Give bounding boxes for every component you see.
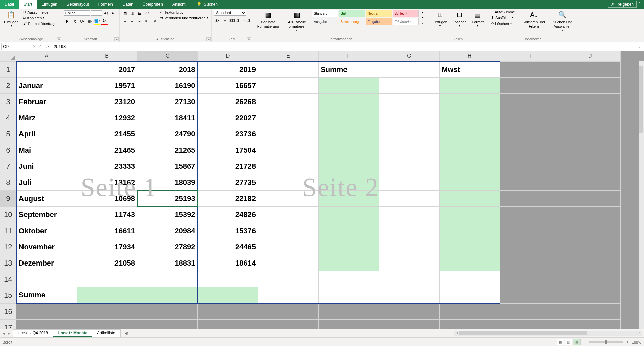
- cell-style-swatch[interactable]: Standard: [312, 10, 338, 17]
- row-header[interactable]: 7: [0, 158, 16, 174]
- cell[interactable]: [500, 126, 560, 142]
- cell[interactable]: [319, 320, 379, 329]
- cell[interactable]: [319, 158, 379, 174]
- cell[interactable]: [500, 320, 560, 329]
- cell[interactable]: [198, 271, 258, 287]
- align-middle-icon[interactable]: ◫: [129, 10, 136, 16]
- cell[interactable]: [560, 255, 621, 271]
- cell[interactable]: August: [16, 191, 77, 207]
- clipboard-dialog-launcher[interactable]: ⬊: [57, 37, 61, 41]
- row-header[interactable]: 4: [0, 110, 16, 126]
- format-painter-button[interactable]: 🖌Format übertragen: [22, 21, 59, 26]
- cell[interactable]: 20984: [137, 223, 198, 239]
- sheet-area[interactable]: ABCDEFGHIJ1201720182019SummeMwst2Januar1…: [0, 51, 644, 329]
- cell[interactable]: [319, 255, 379, 271]
- gallery-down-icon[interactable]: ▾: [419, 15, 426, 20]
- sheet-tab[interactable]: Artikelliste: [92, 329, 121, 337]
- view-pagebreak-button[interactable]: ▤: [573, 339, 581, 345]
- cell[interactable]: 13162: [77, 174, 137, 191]
- cell[interactable]: [379, 271, 440, 287]
- cell[interactable]: [379, 174, 440, 191]
- cell[interactable]: [198, 287, 258, 304]
- cell[interactable]: 22182: [198, 191, 258, 207]
- cell[interactable]: [258, 78, 319, 94]
- horizontal-scrollbar[interactable]: ◂▸: [454, 331, 642, 336]
- cell[interactable]: [16, 271, 77, 287]
- cell[interactable]: [137, 320, 198, 329]
- name-box[interactable]: [1, 43, 28, 50]
- cell[interactable]: [379, 78, 440, 94]
- row-header[interactable]: 2: [0, 78, 16, 94]
- column-header[interactable]: G: [379, 51, 440, 62]
- cell[interactable]: 18411: [137, 110, 198, 126]
- number-format-select[interactable]: Standard: [214, 10, 246, 16]
- cell[interactable]: Januar: [16, 78, 77, 94]
- font-color-button[interactable]: A▾: [101, 18, 108, 25]
- cell[interactable]: [258, 126, 319, 142]
- cell[interactable]: [560, 191, 621, 207]
- cell[interactable]: [440, 223, 500, 239]
- cell-style-swatch[interactable]: Erklärender...: [393, 18, 419, 25]
- cell[interactable]: [258, 158, 319, 174]
- cell[interactable]: 18039: [137, 174, 198, 191]
- cell[interactable]: 15376: [198, 223, 258, 239]
- increase-indent-icon[interactable]: ⇥: [151, 17, 158, 24]
- conditional-formatting-button[interactable]: ▦ Bedingte Formatierung▾: [254, 10, 282, 33]
- cell[interactable]: [440, 126, 500, 142]
- gallery-more-icon[interactable]: ⌄: [419, 21, 426, 25]
- cell[interactable]: [560, 142, 621, 158]
- cell[interactable]: [258, 320, 319, 329]
- cell[interactable]: 11743: [77, 207, 137, 223]
- cell[interactable]: [319, 174, 379, 191]
- row-header[interactable]: 16: [0, 304, 16, 320]
- cell-style-swatch[interactable]: Eingabe: [366, 18, 392, 25]
- cancel-formula-icon[interactable]: ✕: [32, 44, 36, 49]
- column-header[interactable]: C: [137, 51, 198, 62]
- column-header[interactable]: A: [16, 51, 77, 62]
- align-bottom-icon[interactable]: ⬓: [136, 10, 143, 16]
- cell[interactable]: 12932: [77, 110, 137, 126]
- ribbon-tab-ansicht[interactable]: Ansicht: [168, 0, 190, 9]
- cell[interactable]: [319, 78, 379, 94]
- cell[interactable]: [319, 191, 379, 207]
- cell[interactable]: [500, 142, 560, 158]
- tell-me-search[interactable]: 💡 Suchen: [197, 2, 218, 7]
- view-normal-button[interactable]: ▦: [557, 339, 564, 345]
- cell[interactable]: [440, 78, 500, 94]
- cell[interactable]: [500, 62, 560, 78]
- delete-cells-button[interactable]: ⊟Löschen▾: [451, 10, 469, 28]
- row-header[interactable]: 11: [0, 223, 16, 239]
- column-header[interactable]: B: [77, 51, 137, 62]
- autosum-button[interactable]: ΣAutoSumme▾: [490, 10, 518, 14]
- cell[interactable]: Mwst: [440, 62, 500, 78]
- cell[interactable]: [440, 174, 500, 191]
- italic-button[interactable]: K: [72, 18, 78, 25]
- paste-button[interactable]: 📋 Einfügen▾: [2, 10, 20, 28]
- column-header[interactable]: I: [500, 51, 560, 62]
- enter-formula-icon[interactable]: ✓: [38, 44, 42, 49]
- cell[interactable]: [319, 223, 379, 239]
- cell[interactable]: [560, 304, 621, 320]
- cell[interactable]: [258, 304, 319, 320]
- cell-styles-gallery[interactable]: StandardGutNeutralSchlechtAusgabeBerechn…: [312, 10, 419, 25]
- cell[interactable]: [500, 78, 560, 94]
- cell[interactable]: 15392: [137, 207, 198, 223]
- underline-button[interactable]: U▾: [79, 18, 86, 25]
- cell[interactable]: [440, 271, 500, 287]
- cell[interactable]: [440, 158, 500, 174]
- cell[interactable]: [258, 239, 319, 255]
- view-pagelayout-button[interactable]: ▥: [565, 339, 572, 345]
- cell[interactable]: [440, 239, 500, 255]
- cell[interactable]: [77, 304, 137, 320]
- add-sheet-button[interactable]: ⊕: [123, 330, 130, 337]
- wrap-text-button[interactable]: ↩Textumbruch: [159, 10, 210, 15]
- column-header[interactable]: E: [258, 51, 319, 62]
- column-header[interactable]: J: [560, 51, 621, 62]
- share-button[interactable]: ↗ Freigeben: [608, 1, 637, 8]
- cell-style-swatch[interactable]: Berechnung: [339, 18, 365, 25]
- row-header[interactable]: 12: [0, 239, 16, 255]
- cell[interactable]: 10698: [77, 191, 137, 207]
- cell[interactable]: [198, 320, 258, 329]
- row-header[interactable]: 15: [0, 287, 16, 304]
- cell[interactable]: [500, 255, 560, 271]
